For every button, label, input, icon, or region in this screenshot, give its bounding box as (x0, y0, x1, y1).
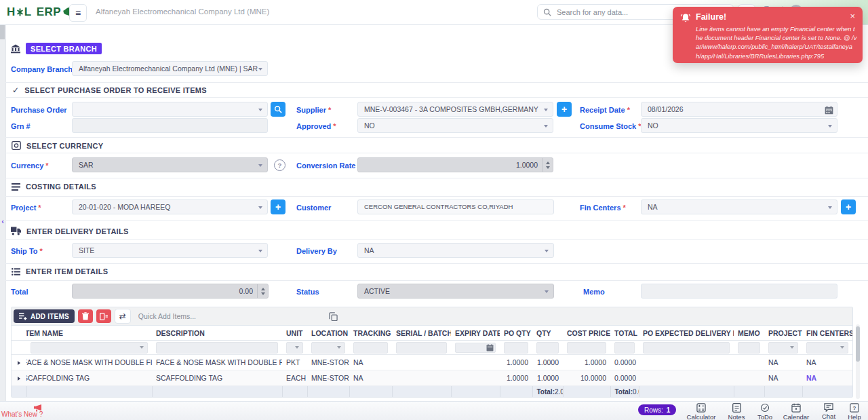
quick-add-input[interactable] (134, 311, 309, 321)
cell-po-qty[interactable]: 1.0000 (500, 370, 532, 386)
filter-description[interactable] (156, 342, 278, 354)
whats-new-link[interactable]: What's New ? (1, 411, 43, 418)
footer-notes[interactable]: Notes (720, 403, 753, 420)
fin-centers-add-button[interactable]: + (841, 199, 856, 214)
ship-to-select[interactable]: SITE (72, 243, 268, 258)
col-project[interactable]: PROJECT (764, 326, 802, 341)
cell-location[interactable]: MNE-STORE (307, 370, 349, 386)
col-po-qty[interactable]: PO QTY (500, 326, 532, 341)
filter-qty[interactable] (536, 342, 559, 354)
row-expander[interactable] (12, 355, 26, 370)
cell-po-qty[interactable]: 1.0000 (500, 355, 532, 370)
filter-total[interactable] (614, 342, 635, 354)
footer-todo[interactable]: ToDo (749, 403, 781, 420)
filter-expiry-date[interactable] (455, 343, 496, 353)
calendar-icon[interactable] (825, 105, 833, 117)
scrollbar-thumb[interactable] (856, 326, 860, 362)
col-expiry-date[interactable]: EXPIRY DATE (451, 326, 500, 341)
cell-cost-price[interactable]: 10.0000 (563, 370, 610, 386)
swap-columns-button[interactable]: ⇄ (115, 309, 131, 324)
cell-location[interactable]: MNE-STORE (307, 355, 349, 370)
filter-po-expected-delivery-date[interactable] (643, 342, 730, 354)
col-item-name[interactable]: ITEM NAME (26, 326, 152, 341)
cell-fin-centers-selected[interactable]: NA (802, 370, 852, 386)
project-select[interactable]: 20-01-020 - MODA HAREEQ (72, 199, 268, 214)
sidebar-scrollbar[interactable] (0, 25, 5, 39)
toast-close-button[interactable]: × (850, 11, 855, 21)
purchase-order-search-button[interactable] (271, 102, 285, 117)
col-po-expected-delivery-date[interactable]: PO EXPECTED DELIVERY DATE (639, 326, 734, 341)
cell-qty[interactable]: 1.0000 (532, 355, 563, 370)
cell-description[interactable]: SCAFFOLDING TAG (152, 370, 282, 386)
currency-help-button[interactable]: ? (274, 159, 285, 171)
cell-unit[interactable]: PKT (282, 355, 307, 370)
filter-unit[interactable] (286, 342, 303, 354)
cell-fin-centers[interactable]: NA (802, 355, 852, 370)
sidebar-toggle-button[interactable]: ≡ (69, 4, 87, 22)
add-items-button[interactable]: ADD ITEMS (14, 309, 75, 323)
sidebar-expand-button[interactable]: ‹ (0, 216, 5, 227)
filter-item-name[interactable] (31, 342, 148, 354)
cell-qty[interactable]: 1.0000 (532, 370, 563, 386)
cell-po-expected-delivery-date[interactable] (639, 355, 734, 370)
col-serial-batch[interactable]: SERIAL / BATCH (392, 326, 451, 341)
cell-cost-price[interactable]: 1.0000 (563, 355, 610, 370)
clear-filter-button[interactable] (96, 309, 111, 323)
col-description[interactable]: DESCRIPTION (152, 326, 282, 341)
delete-rows-button[interactable] (78, 309, 93, 323)
receipt-date-input[interactable]: 08/01/2026 (641, 102, 837, 117)
filter-location[interactable] (311, 342, 345, 354)
hal-erp-logo[interactable]: H L ERP (7, 5, 76, 19)
footer-help[interactable]: ? Help (838, 403, 868, 420)
col-cost-price[interactable]: COST PRICE (563, 326, 610, 341)
col-qty[interactable]: QTY (532, 326, 563, 341)
cell-po-expected-delivery-date[interactable] (639, 370, 734, 386)
filter-tracking[interactable] (353, 342, 388, 354)
company-branch-select[interactable]: Alfaneyah Electromechanical Company Ltd … (72, 61, 268, 76)
cell-description[interactable]: FACE & NOSE MASK WITH DOUBLE FILLTER (152, 355, 282, 370)
col-fin-centers[interactable]: FIN CENTERS (802, 326, 852, 341)
cell-tracking[interactable]: NA (349, 370, 392, 386)
col-tracking[interactable]: TRACKING (349, 326, 392, 341)
cell-expiry-date[interactable] (451, 370, 500, 386)
cell-project[interactable]: NA (764, 355, 802, 370)
supplier-select[interactable]: MNE-V-003467 - 3A COMPOSITES GMBH,GERMAN… (357, 102, 553, 117)
purchase-order-select[interactable] (72, 102, 268, 117)
grid-toolbar: ADD ITEMS ⇄ (12, 307, 852, 326)
cell-expiry-date[interactable] (451, 355, 500, 370)
cell-item-name[interactable]: FACE & NOSE MASK WITH DOUBLE FILLTER (26, 355, 152, 370)
project-add-button[interactable]: + (271, 199, 285, 214)
col-total[interactable]: TOTAL (610, 326, 639, 341)
cell-memo[interactable] (734, 355, 764, 370)
filter-serial-batch[interactable] (396, 342, 447, 354)
grid-scrollbar[interactable] (856, 324, 860, 399)
filter-po-qty[interactable] (504, 342, 528, 354)
delivery-by-select[interactable]: NA (357, 243, 554, 258)
filter-cost-price[interactable] (567, 342, 606, 354)
approved-select[interactable]: NO (357, 118, 553, 133)
row-expander[interactable] (12, 370, 26, 386)
cell-total[interactable]: 0.0000 (610, 355, 639, 370)
cell-tracking[interactable]: NA (349, 355, 392, 370)
col-unit[interactable]: UNIT (282, 326, 307, 341)
cell-item-name[interactable]: SCAFFOLDING TAG (26, 370, 152, 386)
cell-total[interactable]: 0.0000 (610, 370, 639, 386)
cell-memo[interactable] (734, 370, 764, 386)
cell-serial-batch[interactable] (392, 355, 451, 370)
footer-calendar[interactable]: Calendar (780, 403, 812, 420)
memo-input[interactable] (641, 284, 837, 299)
supplier-add-button[interactable]: + (557, 102, 572, 117)
cell-serial-batch[interactable] (392, 370, 451, 386)
cell-project[interactable]: NA (764, 370, 802, 386)
footer-calculator[interactable]: Calculator (685, 403, 717, 420)
col-location[interactable]: LOCATION (307, 326, 349, 341)
filter-project[interactable] (768, 342, 798, 354)
filter-memo[interactable] (738, 342, 760, 354)
filter-fin-centers[interactable] (806, 342, 848, 354)
burger-icon: ≡ (75, 7, 81, 18)
copy-button[interactable] (325, 311, 342, 322)
consume-stock-select[interactable]: NO (641, 118, 837, 133)
fin-centers-select[interactable]: NA (641, 199, 837, 214)
cell-unit[interactable]: EACH (282, 370, 307, 386)
col-memo[interactable]: MEMO (734, 326, 764, 341)
